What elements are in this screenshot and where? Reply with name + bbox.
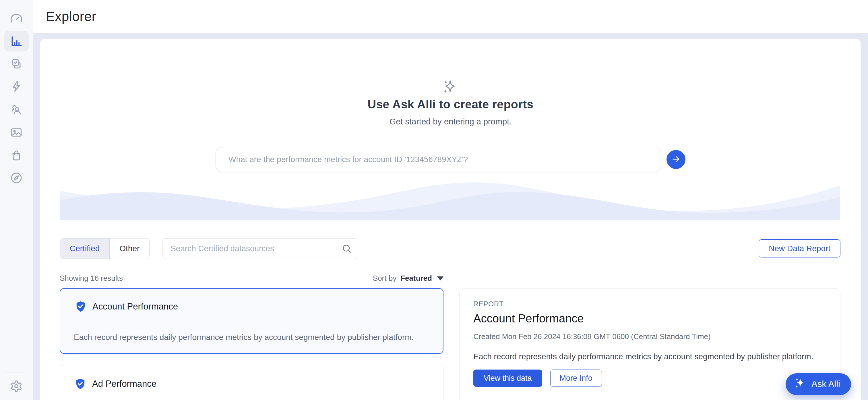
app-root: Explorer Use Ask Alli to create reports … (0, 0, 868, 400)
image-icon[interactable] (10, 126, 23, 139)
prompt-submit-button[interactable] (666, 150, 685, 169)
lightning-icon[interactable] (10, 80, 23, 93)
view-this-data-button[interactable]: View this data (473, 370, 542, 387)
sort-dropdown[interactable]: Sort by Featured (373, 274, 443, 283)
datasource-description: Each record represents daily performance… (74, 332, 431, 343)
clipboard-check-icon[interactable] (10, 57, 23, 70)
report-description: Each record represents daily performance… (473, 351, 826, 362)
more-info-button[interactable]: More Info (550, 370, 602, 387)
sort-value: Featured (400, 274, 432, 283)
results-meta-row: Showing 16 results Sort by Featured (60, 272, 443, 284)
ask-alli-button[interactable]: Ask Alli (786, 373, 851, 395)
report-kicker: REPORT (473, 300, 504, 308)
prompt-row (40, 147, 861, 172)
report-title: Account Performance (473, 312, 584, 325)
report-created-timestamp: Created Mon Feb 26 2024 16:36:09 GMT-060… (473, 332, 711, 341)
report-detail-panel: REPORT Account Performance Created Mon F… (459, 288, 840, 400)
shopping-bag-icon[interactable] (10, 149, 23, 162)
arrow-right-icon (671, 154, 681, 165)
gauge-icon[interactable] (10, 12, 23, 25)
prompt-input[interactable] (216, 147, 661, 172)
certified-other-tabs: Certified Other (60, 238, 150, 259)
datasource-card-header: Account Performance (75, 300, 178, 313)
sparkles-icon (443, 79, 457, 94)
chevron-down-icon (437, 277, 443, 281)
datasource-title: Ad Performance (92, 379, 156, 389)
page-title: Explorer (46, 9, 96, 24)
datasource-card-ad-performance[interactable]: Ad Performance Each record represents da… (60, 364, 443, 400)
tab-certified[interactable]: Certified (60, 238, 110, 259)
sidebar (0, 0, 33, 400)
hero-title: Use Ask Alli to create reports (40, 98, 861, 111)
users-icon[interactable] (10, 104, 23, 116)
sparkles-icon (794, 377, 806, 391)
datasource-title: Account Performance (92, 302, 178, 312)
top-header: Explorer (33, 0, 868, 33)
shield-check-icon (75, 378, 86, 390)
ask-alli-label: Ask Alli (811, 379, 840, 389)
sidebar-divider (4, 372, 25, 372)
list-controls: Certified Other New Data Report (60, 238, 840, 259)
wave-decoration (60, 178, 840, 220)
datasource-card-header: Ad Performance (75, 378, 156, 390)
sort-label: Sort by (373, 274, 396, 283)
hero-subtitle: Get started by entering a prompt. (40, 117, 861, 126)
results-count: Showing 16 results (60, 274, 123, 283)
datasource-search-input[interactable] (162, 238, 358, 259)
shield-check-icon (75, 300, 86, 313)
gear-icon[interactable] (10, 380, 23, 393)
new-data-report-button[interactable]: New Data Report (758, 239, 840, 257)
report-actions: View this data More Info (473, 370, 602, 387)
tab-other[interactable]: Other (110, 238, 149, 259)
compass-icon[interactable] (10, 172, 23, 184)
bar-chart-icon[interactable] (10, 35, 23, 48)
main-content-card: Use Ask Alli to create reports Get start… (40, 39, 861, 400)
search-icon (342, 244, 352, 254)
datasource-search (162, 238, 358, 259)
datasource-card-account-performance[interactable]: Account Performance Each record represen… (60, 288, 443, 354)
